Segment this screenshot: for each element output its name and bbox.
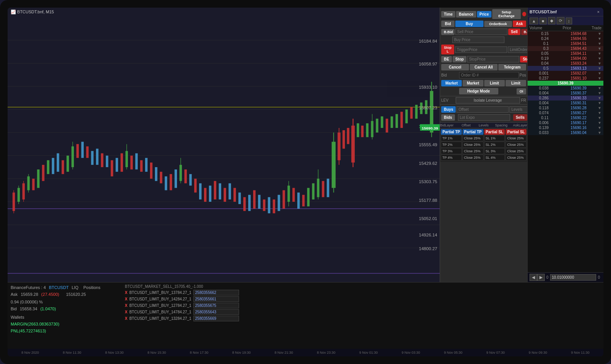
fr-label: FR — [521, 98, 526, 102]
buys-button[interactable]: Buys — [441, 106, 456, 113]
ob-bid-row[interactable]: 0.11 15690.22 ▼ — [528, 115, 603, 120]
ob-ask-row[interactable]: 0.1 15694.51 ▼ — [528, 41, 603, 46]
ob-bid-row[interactable]: 0.004 15690.31 ▼ — [528, 101, 603, 105]
svg-rect-102 — [386, 119, 388, 133]
ob-ask-row[interactable]: 0.15 15694.68 ▼ — [528, 31, 603, 36]
stop-l-button[interactable]: Stop L — [441, 45, 454, 54]
ob-bid-row[interactable]: 0.033 15690.04 ▼ — [528, 130, 603, 135]
telegram-button[interactable]: Telegram — [498, 64, 526, 70]
time-button[interactable]: Time — [441, 11, 455, 18]
oi-button[interactable]: OI — [517, 88, 526, 94]
chart-symbol: BTCUSDT.bnf, M15 — [17, 10, 54, 14]
lot-expo-input[interactable] — [458, 114, 510, 121]
tp2-2: Close 25% — [463, 142, 483, 148]
ask-vol-8: 0.5 — [530, 66, 549, 70]
ob-nav-3[interactable]: ◆ — [548, 17, 555, 24]
ask-vol-7: 0.04 — [530, 61, 549, 65]
ob-nav-1[interactable]: ▲ — [530, 18, 538, 24]
ob-nav-4[interactable]: ⟳ — [557, 17, 565, 24]
setup-exchange-button[interactable]: Setup Exchange — [492, 9, 521, 19]
ask-button[interactable]: Ask — [513, 21, 526, 27]
svg-rect-71 — [263, 200, 265, 211]
ob-bid-row[interactable]: 0.286 15690.33 ▼ — [528, 96, 603, 101]
limit1-button[interactable]: Limit — [484, 80, 505, 86]
ob-bid-row[interactable]: 0.006 15690.17 ▼ — [528, 120, 603, 125]
b-bid-button[interactable]: B.Bid — [441, 29, 455, 35]
ob-columns: Volume Price Trade — [528, 25, 603, 31]
ask-price-3: 15694.51 — [560, 42, 587, 46]
limit2-button[interactable]: Limit — [506, 80, 526, 86]
cancel-button[interactable]: Cancel — [441, 64, 469, 70]
balance-button[interactable]: Balance — [456, 11, 476, 18]
ob-bid-row[interactable]: 0.139 15690.16 ▼ — [528, 125, 603, 130]
sell-button[interactable]: Sell — [508, 29, 520, 35]
be-button[interactable]: BE — [441, 56, 452, 62]
pnl-total: PNL(45.72274613) — [11, 328, 117, 335]
svg-rect-22 — [37, 169, 39, 188]
ob-right-arrow[interactable]: ▶ — [537, 274, 545, 281]
order-x-5[interactable]: X — [125, 316, 128, 321]
ob-ask-row[interactable]: 0.24 15694.55 ▼ — [528, 36, 603, 41]
ob-ask-row[interactable]: 0.001 15692.07 ▼ — [528, 71, 603, 76]
ob-ask-row[interactable]: 0.05 15694.11 ▼ — [528, 51, 603, 56]
bid-button[interactable]: Bid — [441, 21, 455, 27]
order-x-3[interactable]: X — [125, 303, 128, 308]
ob-left-arrow[interactable]: ◀ — [530, 274, 537, 281]
exchange-label: BinanceFutures — [11, 285, 40, 290]
ob-ask-row[interactable]: 0.237 15691.10 ▼ — [528, 76, 603, 81]
ob-bid-row[interactable]: 0.004 15690.37 ▼ — [528, 91, 603, 96]
bid-arrow-10: ▼ — [598, 131, 601, 135]
order-id-input[interactable] — [459, 72, 519, 78]
ob-lot-size[interactable] — [550, 274, 597, 281]
ask-arrow-6: ▼ — [598, 56, 601, 61]
ob-nav-2[interactable]: ■ — [539, 18, 547, 24]
offset-buys-input[interactable] — [456, 106, 509, 113]
offset-bids-label: Offset — [458, 123, 474, 127]
trigger-price-input[interactable] — [455, 46, 507, 53]
ob-ask-row[interactable]: 0.19 15694.00 ▼ — [528, 56, 603, 61]
market2-button[interactable]: Market — [463, 80, 483, 86]
order-id-2[interactable] — [193, 296, 239, 302]
ob-bid-row[interactable]: 0.118 15690.28 ▼ — [528, 105, 603, 110]
ob-nav-5[interactable]: ↕ — [566, 18, 573, 24]
svg-rect-31 — [77, 144, 79, 158]
order-id-1[interactable] — [193, 290, 239, 295]
order-id-3[interactable] — [193, 303, 239, 308]
sl1-1: SL 1% — [484, 135, 505, 141]
ask-vol-1: 0.15 — [530, 32, 549, 36]
isolate-leverage-button[interactable]: Isolate Leverage — [456, 97, 520, 104]
orderbook-button[interactable]: OrderBook — [484, 21, 512, 27]
bid-arrow-9: ▼ — [598, 126, 601, 130]
row-time-balance: Time Balance Price Setup Exchange — [440, 8, 527, 20]
order-id-4[interactable] — [193, 309, 239, 315]
hedge-mode-button[interactable]: Hedge Mode — [459, 88, 498, 94]
stop-price-input[interactable] — [467, 56, 519, 62]
buy-button[interactable]: Buy — [455, 21, 483, 27]
screen: 📈 BTCUSDT.bnf, M15 — [8, 8, 603, 356]
ob-ask-row[interactable]: 0.3 15694.43 ▼ — [528, 46, 603, 51]
stop-button[interactable]: Stop — [453, 56, 466, 62]
market1-button[interactable]: Market — [441, 80, 462, 86]
ob-close-btn[interactable]: × — [595, 9, 601, 15]
order-x-1[interactable]: X — [125, 291, 128, 295]
ask-price-10: 15691.10 — [560, 76, 587, 80]
order-x-2[interactable]: X — [125, 297, 128, 301]
ob-bid-row[interactable]: 0.074 15690.27 ▼ — [528, 110, 603, 115]
order-id-5[interactable] — [193, 316, 239, 321]
ask-price-5: 15694.11 — [560, 51, 587, 56]
ob-ask-row[interactable]: 0.5 15693.13 ▼ — [528, 66, 603, 71]
bids-button[interactable]: Bids — [441, 114, 455, 121]
order-x-4[interactable]: X — [125, 310, 128, 314]
sell-price-input[interactable] — [455, 29, 507, 35]
svg-rect-52 — [175, 169, 177, 188]
ob-bid-row[interactable]: 0.038 15690.39 ▼ — [528, 86, 603, 91]
buy-price-input[interactable] — [452, 37, 504, 43]
ob-ask-row[interactable]: 0.04 15693.24 ▼ — [528, 61, 603, 66]
sells-button[interactable]: Sells — [513, 114, 527, 121]
price-button[interactable]: Price — [477, 11, 491, 18]
cancel-all-button[interactable]: Cancel All — [470, 64, 498, 70]
bid-layer-label: BidLayer — [440, 123, 457, 127]
partial-row-1: TP 1% Close 25% SL 1% Close 25% — [441, 135, 526, 141]
order-label-2: BTCUSDT_LIMIT_BUY_14284.27_1 — [129, 297, 191, 301]
ask-arrow-2: ▼ — [598, 37, 601, 41]
